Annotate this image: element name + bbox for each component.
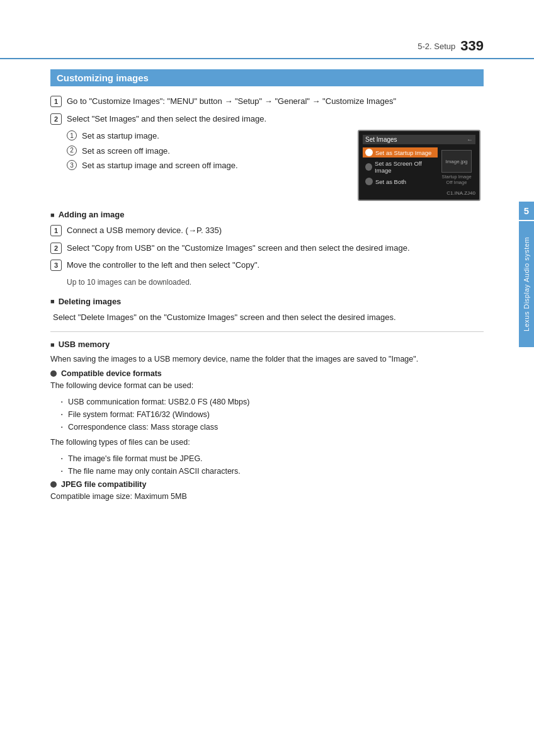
sub-step-1-num: 1: [67, 130, 77, 140]
step-2: 2 Select "Set Images" and then select th…: [50, 113, 484, 125]
compatible-list-item-2: File system format: FAT16/32 (Windows): [60, 408, 484, 421]
sub-step-1-text: Set as startup image.: [82, 130, 159, 142]
add-step-2-num: 2: [50, 243, 62, 254]
usb-heading: ■ USB memory: [50, 340, 484, 349]
step-2-num: 2: [50, 113, 62, 125]
side-tab-label: Lexus Display Audio system: [523, 237, 530, 331]
sub-step-3-text: Set as startup image and screen off imag…: [82, 159, 238, 172]
compatible-text: The following device format can be used:: [50, 379, 484, 392]
ss-item-1-label: Set as Startup Image: [375, 149, 431, 156]
step-1-text: Go to "Customize Images": "MENU" button …: [67, 95, 484, 108]
ss-caption: C1.INA.ZJ40: [363, 190, 475, 196]
ss-item-3-label: Set as Both: [375, 178, 406, 185]
side-tab-number: 5: [519, 202, 534, 220]
add-step-1: 1 Connect a USB memory device. (→P. 335): [50, 224, 484, 237]
ss-icon-1: [365, 149, 373, 156]
file-types-item-2: The file name may only contain ASCII cha…: [60, 465, 484, 478]
ss-item-2-label: Set as Screen Off Image: [375, 160, 435, 174]
usb-section: ■ USB memory When saving the images to a…: [50, 340, 484, 503]
add-step-2-text: Select "Copy from USB" on the "Customize…: [67, 242, 484, 255]
ss-image-name: Image.jpg: [445, 159, 467, 164]
file-types-list: The image's file format must be JPEG. Th…: [60, 452, 484, 478]
ss-label1: Startup Image: [441, 174, 471, 180]
adding-image-label: Adding an image: [59, 210, 125, 219]
section-title: Customizing images: [57, 72, 149, 83]
screenshot-image: Set Images ← Set as Startup Image Set as…: [358, 130, 484, 201]
compatible-list-item-1: USB communication format: USB2.0 FS (480…: [60, 396, 484, 408]
usb-intro: When saving the images to a USB memory d…: [50, 353, 484, 365]
divider-1: [50, 331, 484, 332]
ss-image-thumb: Image.jpg: [441, 150, 472, 173]
ss-title-bar: Set Images ←: [363, 135, 475, 144]
ss-item-3: Set as Both: [363, 176, 438, 186]
step-1: 1 Go to "Customize Images": "MENU" butto…: [50, 95, 484, 108]
main-content: Customizing images 1 Go to "Customize Im…: [0, 69, 534, 503]
square-icon-2: ■: [50, 297, 55, 305]
add-step-3: 3 Move the controller to the left and th…: [50, 259, 484, 272]
add-step-3-text: Move the controller to the left and then…: [67, 259, 484, 272]
side-tab: 5 Lexus Display Audio system: [519, 202, 534, 347]
page-number: 339: [460, 38, 484, 54]
add-step-2: 2 Select "Copy from USB" on the "Customi…: [50, 242, 484, 255]
usb-heading-label: USB memory: [59, 340, 110, 349]
sub-step-2: 2 Set as screen off image.: [67, 145, 348, 158]
bullet-2: [50, 481, 57, 488]
step-2-text: Select "Set Images" and then select the …: [67, 113, 484, 125]
compatible-heading: Compatible device formats: [61, 369, 162, 378]
compatible-list: USB communication format: USB2.0 FS (480…: [60, 396, 484, 433]
add-step-3-num: 3: [50, 260, 62, 271]
jpeg-heading: JPEG file compatibility: [61, 480, 146, 489]
jpeg-text: Compatible image size: Maximum 5MB: [50, 490, 484, 503]
file-types-text: The following types of files can be used…: [50, 436, 484, 449]
sub-step-1: 1 Set as startup image.: [67, 130, 348, 142]
deleting-images-heading: ■ Deleting images: [50, 297, 484, 306]
page-header: 5-2. Setup 339: [0, 38, 534, 59]
ss-item-2: Set as Screen Off Image: [363, 159, 438, 175]
compatible-list-item-3: Correspondence class: Mass storage class: [60, 421, 484, 433]
sub-step-3-num: 3: [67, 160, 77, 170]
sub-steps: 1 Set as startup image. 2 Set as screen …: [67, 130, 348, 172]
square-icon: ■: [50, 211, 55, 219]
add-step-1-text: Connect a USB memory device. (→P. 335): [67, 224, 484, 237]
ss-label2: Off Image: [446, 180, 467, 185]
add-note: Up to 10 images can be downloaded.: [67, 277, 484, 288]
deleting-images-label: Deleting images: [59, 297, 122, 306]
adding-image-heading: ■ Adding an image: [50, 210, 484, 219]
step-2-detail: 1 Set as startup image. 2 Set as screen …: [50, 130, 484, 201]
file-types-item-1: The image's file format must be JPEG.: [60, 452, 484, 465]
add-step-1-num: 1: [50, 225, 62, 236]
ss-title: Set Images: [365, 136, 397, 143]
ss-icon-3: [365, 178, 373, 185]
side-tab-label-container: Lexus Display Audio system: [519, 221, 534, 347]
square-icon-3: ■: [50, 341, 55, 348]
step-2-substeps: 1 Set as startup image. 2 Set as screen …: [50, 130, 348, 178]
deleting-images-text: Select "Delete Images" on the "Customize…: [53, 311, 484, 324]
sub-step-3: 3 Set as startup image and screen off im…: [67, 159, 348, 172]
ss-icon-2: [365, 163, 372, 171]
section-label: 5-2. Setup: [418, 42, 455, 51]
compatible-heading-row: Compatible device formats: [50, 369, 484, 378]
sub-step-2-num: 2: [67, 146, 77, 156]
sub-step-2-text: Set as screen off image.: [82, 145, 170, 158]
ss-back-arrow: ←: [467, 136, 473, 143]
step-1-num: 1: [50, 96, 62, 107]
bullet-1: [50, 370, 57, 377]
page-container: 5-2. Setup 339 Customizing images 1 Go t…: [0, 0, 534, 756]
ss-item-1: Set as Startup Image: [363, 147, 438, 158]
section-title-bar: Customizing images: [50, 69, 484, 86]
screenshot-sim: Set Images ← Set as Startup Image Set as…: [358, 130, 480, 201]
jpeg-heading-row: JPEG file compatibility: [50, 480, 484, 489]
